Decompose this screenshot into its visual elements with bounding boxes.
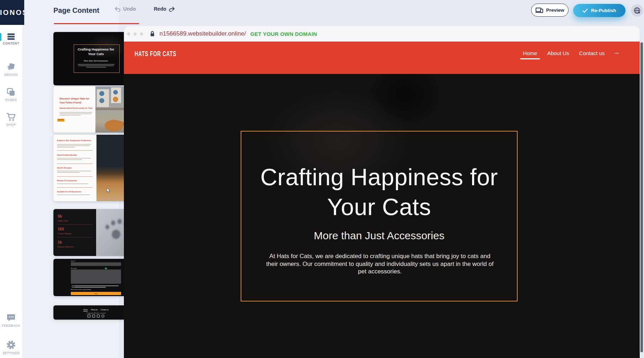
republish-label: Re-Publish: [591, 8, 616, 13]
hero-title-line2: Your Cats: [241, 192, 517, 222]
sidebar-item-label: SETTINGS: [0, 351, 22, 355]
thumb-text-line: [57, 159, 82, 160]
thumb-form-message-textarea: [71, 269, 121, 284]
browser-dots: [127, 32, 143, 36]
thumb-divider: [58, 224, 93, 225]
thumb-text-line: [57, 172, 80, 173]
selected-hero-block[interactable]: Crafting Happiness for Your Cats More th…: [241, 131, 518, 301]
app: CONTENT DESIGN PAGES: [0, 0, 644, 358]
paw-pad: [112, 230, 120, 239]
thumb-text-line: [59, 113, 91, 114]
site-brand-logo[interactable]: HATS FOR CATS: [135, 49, 176, 58]
site-header: HATS FOR CATS Home About Us Contact us •…: [124, 42, 640, 74]
nav-item-about-us[interactable]: About Us: [547, 50, 569, 56]
social-icon: [88, 315, 90, 317]
site-url[interactable]: n1566589.websitebuilder.online/: [159, 30, 246, 37]
nav-item-contact-us[interactable]: Contact us: [579, 50, 605, 56]
thumb-stat-label: Happy Cats: [58, 220, 68, 222]
hero-subtitle[interactable]: More than Just Accessories: [241, 230, 517, 242]
thumb-features-heading: Discover Unique Hats for Your Feline Fri…: [59, 97, 92, 105]
language-globe-button[interactable]: [631, 4, 643, 17]
sidebar-item-content[interactable]: CONTENT: [0, 33, 22, 45]
photo-bowl: [99, 98, 104, 103]
site-nav: Home About Us Contact us •••: [523, 50, 619, 56]
shop-cart-icon: [6, 112, 16, 122]
thumb-shop-now-button: Shop Now: [57, 119, 64, 122]
sidebar-item-pages[interactable]: PAGES: [0, 87, 22, 102]
thumb-hero-text-line: [86, 67, 106, 68]
globe-icon: [633, 7, 641, 14]
thumb-hero-text-line: [78, 64, 115, 65]
hero-title-line1: Crafting Happiness for: [241, 162, 517, 192]
settings-gear-icon: [6, 340, 16, 350]
photo-bowl: [99, 91, 104, 96]
thumb-divider: [57, 176, 93, 177]
thumb-collection-feature: Stylish Designs: [57, 167, 72, 169]
undo-button[interactable]: Undo: [115, 6, 136, 12]
paw-toe: [105, 225, 109, 229]
thumb-text-line: [57, 183, 88, 184]
check-icon: [582, 9, 588, 13]
thumb-collection-heading: Explore Our Exquisite Collection: [57, 139, 91, 141]
thumb-divider: [58, 237, 93, 237]
hero-body-text[interactable]: At Hats for Cats, we are dedicated to cr…: [266, 252, 494, 276]
thumb-stat-label: Repeat Customers: [58, 246, 74, 248]
thumb-stat-label: Unique Designs: [58, 233, 72, 235]
social-icon: [97, 315, 100, 317]
ionos-logo: IONOS: [0, 0, 24, 25]
thumb-form-name-label: Name*: [71, 260, 75, 262]
photo-bowl: [113, 90, 118, 95]
thumb-form-name-input: [71, 262, 121, 266]
thumb-text-line: [57, 194, 90, 195]
get-your-own-domain-link[interactable]: GET YOUR OWN DOMAIN: [250, 31, 317, 37]
thumb-divider: [57, 150, 93, 151]
thumb-text-line: [57, 158, 91, 159]
thumb-form-checkbox: [72, 285, 74, 288]
preview-label: Preview: [546, 7, 564, 13]
thumb-form-message-label: Message: [71, 267, 77, 269]
preview-button[interactable]: Preview: [531, 4, 569, 17]
content-icon: [7, 33, 15, 40]
nav-overflow-menu[interactable]: •••: [615, 52, 619, 55]
thumb-form-badge: [105, 268, 107, 269]
design-icon: [6, 62, 16, 71]
social-icon: [101, 315, 104, 317]
hero-title[interactable]: Crafting Happiness for Your Cats: [241, 162, 517, 222]
sidebar-item-shop[interactable]: SHOP: [0, 112, 22, 127]
thumb-stat-value: 150: [58, 227, 64, 231]
thumb-divider: [57, 187, 93, 188]
sidebar-rail: CONTENT DESIGN PAGES: [0, 0, 22, 358]
preview-scrollbar[interactable]: [640, 42, 643, 352]
thumb-footer-link: About Us: [91, 309, 98, 311]
nav-item-home[interactable]: Home: [523, 50, 537, 56]
sidebar-item-label: DESIGN: [0, 73, 22, 76]
undo-label: Undo: [123, 6, 136, 12]
sidebar-item-label: FEEDBACK: [0, 324, 22, 327]
redo-icon: [169, 6, 175, 12]
thumb-text-line: [74, 285, 119, 286]
lock-icon: [150, 31, 155, 37]
panel-title-underline: [54, 23, 139, 24]
thumb-text-line: [74, 287, 106, 288]
thumb-text-line: [57, 171, 91, 171]
sidebar-item-settings[interactable]: SETTINGS: [0, 340, 22, 355]
thumb-form-required-note: Please fill in all the required fields.: [71, 289, 91, 290]
thumb-text-line: [59, 115, 81, 116]
thumb-divider: [57, 164, 93, 164]
photo-dish: [113, 97, 118, 102]
devices-icon: [535, 7, 543, 13]
paw-toe: [117, 219, 122, 224]
sidebar-item-feedback[interactable]: FEEDBACK: [0, 313, 22, 327]
redo-button[interactable]: Redo: [154, 6, 175, 12]
thumb-collection-feature: Perfect Fit Guarantee: [57, 180, 77, 182]
thumb-footer-link: Contact us: [101, 309, 109, 311]
photo-cat: [105, 120, 123, 131]
thumb-collection-feature: Hand-Crafted Quality: [57, 154, 77, 156]
thumb-text-line: [57, 145, 90, 146]
sidebar-item-design[interactable]: DESIGN: [0, 62, 22, 76]
republish-button[interactable]: Re-Publish: [573, 4, 625, 17]
paw-toe: [111, 220, 115, 225]
thumb-stat-value: 1k: [58, 240, 62, 244]
sidebar-item-label: SHOP: [0, 123, 22, 127]
thumb-text-line: [57, 147, 75, 148]
